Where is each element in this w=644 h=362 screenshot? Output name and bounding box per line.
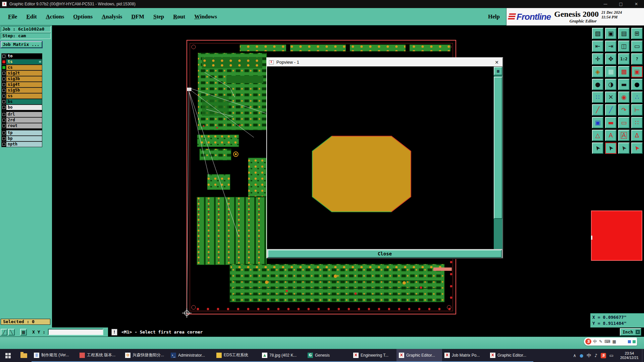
layer-row-rout[interactable]: rout (1, 123, 42, 129)
popview-scroll-button[interactable]: ▦ (494, 67, 502, 75)
horizontal-scrollbar[interactable] (0, 337, 644, 349)
menu-step[interactable]: Step (153, 13, 164, 20)
taskbar-item[interactable]: XEngineering T... (351, 349, 396, 362)
ime-mode[interactable]: 中 (593, 339, 597, 345)
delete-feature-button[interactable]: ✕ (605, 92, 616, 103)
job-matrix-button[interactable]: Job Matrix ... (1, 41, 42, 48)
ime-lang-icon[interactable]: 中 (587, 353, 591, 359)
popview-scrollbar[interactable]: ▦ (494, 67, 502, 249)
print-screen-button[interactable]: ▤ (618, 28, 630, 39)
popview-scrollbar-thumb[interactable] (494, 77, 502, 219)
add-line-button[interactable]: ╱ (592, 104, 603, 116)
menu-dfm[interactable]: DFM (131, 13, 144, 20)
layer-row-sig4t[interactable]: sig4t (1, 82, 42, 87)
select-frame-mode-button[interactable]: ➤ (605, 142, 616, 154)
add-text-frame-button[interactable]: A (618, 130, 630, 141)
ime-grid-icon[interactable] (628, 340, 631, 343)
tray-expand-icon[interactable]: ∧ (573, 353, 576, 358)
add-barcode-button[interactable]: Δ (631, 130, 643, 141)
scroll-left-button[interactable]: ⇤ (592, 41, 603, 52)
active-frame-button[interactable]: ▣ (631, 66, 643, 77)
add-profile-button[interactable]: ⊢ (631, 104, 643, 116)
file-explorer-button[interactable] (16, 349, 32, 362)
add-surface-button[interactable]: ▣ (592, 117, 603, 128)
sogou-logo-icon[interactable]: S (585, 339, 591, 345)
ime-keyboard-icon[interactable]: ⌨ (604, 339, 610, 344)
layer-visibility-toggle[interactable] (1, 65, 6, 70)
select-points-button[interactable]: ∷ (592, 92, 603, 103)
xy-input[interactable] (48, 329, 103, 335)
taskbar-item[interactable]: XJob Matrix Po... (442, 349, 488, 362)
layer-visibility-toggle[interactable] (1, 93, 6, 99)
menu-actions[interactable]: Actions (46, 13, 64, 20)
single-view-button[interactable]: ▭ (631, 41, 643, 52)
taskbar-item[interactable]: ›_Administrator... (168, 349, 214, 362)
layer-row-ss[interactable]: ss (1, 93, 42, 99)
taskbar-item[interactable]: XGraphic Editor... (396, 349, 442, 362)
layer-visibility-toggle[interactable] (1, 141, 6, 147)
layer-visibility-toggle[interactable] (1, 53, 6, 59)
tray-app-icon[interactable]: ● (580, 353, 583, 358)
layer-row-bs[interactable]: bs (1, 99, 42, 105)
taskbar-item[interactable]: ≣制作规范 (Ver... (32, 349, 77, 362)
close-button[interactable]: ✕ (629, 0, 644, 8)
layer-visibility-toggle[interactable] (1, 87, 6, 93)
layer-row-drl[interactable]: drl (1, 112, 42, 117)
layer-row-2rd[interactable]: 2rd (1, 117, 42, 123)
add-arc-button[interactable]: ↷ (618, 104, 630, 116)
tray-sogou-icon[interactable]: S (601, 353, 606, 358)
popview-close-button[interactable]: Close (268, 250, 502, 258)
select-mode-button[interactable]: ➤ (592, 142, 603, 154)
line-segment-button[interactable]: ▬ (618, 79, 630, 90)
popview-close-icon[interactable]: ✕ (493, 60, 500, 65)
layer-row-cs[interactable]: cs (1, 65, 42, 70)
copy-window-button[interactable]: ▣ (605, 28, 616, 39)
menu-options[interactable]: Options (73, 13, 93, 20)
layer-row-npth[interactable]: npth (1, 141, 42, 147)
taskbar-item[interactable]: GGenesis (305, 349, 351, 362)
menu-analysis[interactable]: Analysis (102, 13, 122, 20)
tile-windows-button[interactable]: ⊞ (631, 28, 643, 39)
start-button[interactable] (0, 349, 16, 362)
pan-view-button[interactable]: ✥ (605, 53, 616, 65)
layer-visibility-toggle[interactable] (1, 70, 6, 76)
corner-select-tool-button[interactable]: ╱ (1, 329, 7, 336)
highlight-mode-button[interactable]: ◈ (592, 66, 603, 77)
ime-toolbar[interactable]: S 中✎⌨▦ (584, 338, 637, 346)
layer-visibility-toggle[interactable] (1, 105, 6, 110)
layer-visibility-toggle[interactable] (1, 99, 6, 105)
grid-toggle-button[interactable]: ▦ (605, 66, 616, 77)
minimize-button[interactable]: — (598, 0, 613, 8)
select-red-mode-button[interactable]: ➤ (631, 142, 643, 154)
add-polygon-button[interactable]: △ (592, 130, 603, 141)
popview-title-bar[interactable]: Popview - 1 ✕ (267, 58, 502, 67)
layer-row-bo[interactable]: bo (1, 105, 42, 110)
scatter-points-button[interactable]: ∴ (631, 92, 643, 103)
add-vertices-button[interactable]: ∷ (631, 117, 643, 128)
context-help-button[interactable]: ? (631, 53, 643, 65)
layer-visibility-toggle[interactable] (1, 136, 6, 141)
zoom-ratio-button[interactable]: 1:2 (618, 53, 630, 65)
taskbar-clock[interactable]: 23:54 2024/12/21 (620, 351, 639, 360)
pad-outline-button[interactable]: ● (592, 79, 603, 90)
menu-file[interactable]: File (8, 13, 17, 20)
ime-apps-icon[interactable] (633, 340, 636, 343)
subtract-surface-button[interactable]: ▬ (605, 117, 616, 128)
layer-row-tp[interactable]: tp (1, 130, 42, 136)
menu-windows[interactable]: Windows (194, 13, 217, 20)
action-center-icon[interactable]: ▭ (609, 353, 613, 358)
taskbar-item[interactable]: ▲78.jpg (402 K... (260, 349, 305, 362)
clip-area-button[interactable]: ▩ (618, 66, 630, 77)
maximize-button[interactable]: □ (613, 0, 629, 8)
layer-row-ts[interactable]: ts= (1, 59, 42, 65)
pad-target-button[interactable]: ◉ (618, 92, 630, 103)
taskbar-item[interactable]: 工程系统 版本... (77, 349, 123, 362)
layer-row-to[interactable]: to (1, 53, 42, 59)
menu-edit[interactable]: Edit (26, 13, 37, 20)
taskbar-item[interactable]: EDS工程系统 (214, 349, 260, 362)
taskbar-item[interactable]: XGraphic Editor... (488, 349, 533, 362)
show-desktop-button[interactable] (642, 349, 644, 362)
layer-visibility-toggle[interactable] (1, 123, 6, 129)
tray-sound-icon[interactable]: ♪ (594, 353, 597, 358)
overlay-pattern-button[interactable]: ▨ (592, 28, 603, 39)
